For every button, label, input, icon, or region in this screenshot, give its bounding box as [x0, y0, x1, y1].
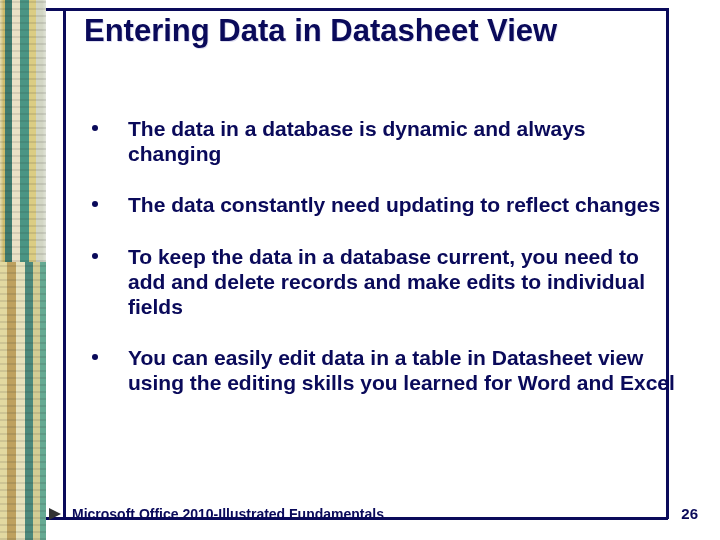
- bullet-item: The data in a database is dynamic and al…: [92, 116, 676, 166]
- bullet-item: You can easily edit data in a table in D…: [92, 345, 676, 395]
- bullet-text: The data in a database is dynamic and al…: [128, 117, 586, 165]
- bullet-dot-icon: [92, 253, 98, 259]
- left-decorative-strip: [0, 0, 46, 540]
- footer-text: Microsoft Office 2010-Illustrated Fundam…: [72, 506, 384, 522]
- frame-top: [46, 8, 668, 11]
- bullet-dot-icon: [92, 125, 98, 131]
- frame-left: [63, 8, 66, 519]
- page-number: 26: [681, 505, 698, 522]
- slide-title: Entering Data in Datasheet View: [84, 14, 644, 49]
- bullet-item: To keep the data in a database current, …: [92, 244, 676, 320]
- bullet-text: The data constantly need updating to ref…: [128, 193, 660, 216]
- slide: Entering Data in Datasheet View The data…: [0, 0, 720, 540]
- arrow-right-icon: [49, 508, 61, 520]
- bullet-text: You can easily edit data in a table in D…: [128, 346, 675, 394]
- bullet-item: The data constantly need updating to ref…: [92, 192, 676, 217]
- bullet-dot-icon: [92, 354, 98, 360]
- slide-body: The data in a database is dynamic and al…: [92, 116, 676, 422]
- bullet-text: To keep the data in a database current, …: [128, 245, 645, 318]
- bullet-dot-icon: [92, 201, 98, 207]
